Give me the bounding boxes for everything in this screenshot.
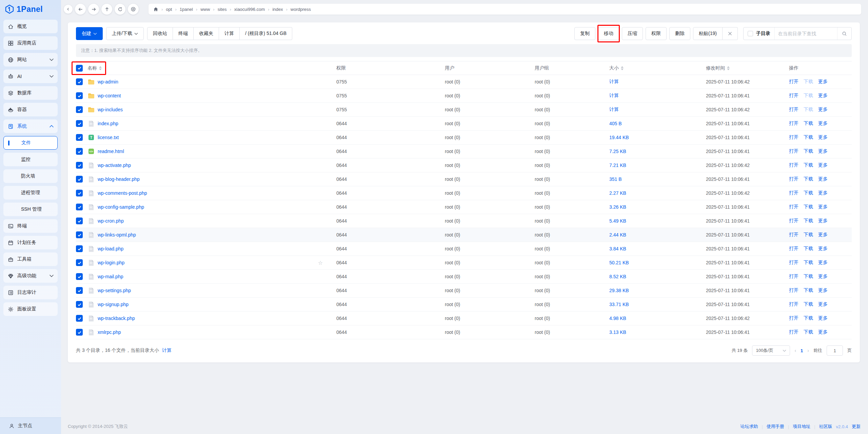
file-size-link[interactable]: 50.21 KB (609, 260, 629, 265)
move-button[interactable]: 移动 (598, 27, 619, 40)
open-link[interactable]: 打开 (789, 120, 798, 126)
file-size-link[interactable]: 7.21 KB (609, 163, 626, 168)
paste-button[interactable]: 粘贴(19) (693, 27, 723, 40)
breadcrumb-segment-1[interactable]: 1panel (180, 7, 193, 12)
home-icon[interactable] (153, 7, 158, 12)
open-link[interactable]: 打开 (789, 93, 798, 98)
more-link[interactable]: 更多 (818, 329, 828, 335)
file-size-link[interactable]: 33.71 KB (609, 302, 629, 307)
search-input[interactable] (774, 27, 837, 40)
open-link[interactable]: 打开 (789, 190, 798, 195)
primary-node-button[interactable]: 主节点 (0, 417, 61, 434)
sidebar-item-settings[interactable]: 面板设置 (3, 302, 58, 316)
subdirectory-checkbox[interactable]: 子目录 (744, 31, 774, 37)
breadcrumb-segment-4[interactable]: xiaocui996.com (234, 7, 265, 12)
file-name-link[interactable]: wp-links-opml.php (98, 232, 136, 238)
breadcrumb-segment-3[interactable]: sites (218, 7, 227, 12)
open-link[interactable]: 打开 (789, 232, 798, 237)
download-link[interactable]: 下载 (804, 204, 813, 209)
file-name-link[interactable]: wp-settings.php (98, 288, 131, 293)
file-name-link[interactable]: wp-signup.php (98, 302, 129, 307)
open-link[interactable]: 打开 (789, 246, 798, 251)
download-link[interactable]: 下载 (804, 148, 813, 154)
collapse-sidebar-button[interactable] (64, 5, 73, 14)
open-link[interactable]: 打开 (789, 287, 798, 293)
breadcrumb-segment-2[interactable]: www (200, 7, 210, 12)
sidebar-subitem-process[interactable]: 进程管理 (3, 186, 58, 200)
file-size-link[interactable]: 7.25 KB (609, 149, 626, 154)
prev-page-button[interactable]: ‹ (794, 348, 796, 353)
recycle-bin-button[interactable]: 回收站 (147, 27, 173, 40)
download-link[interactable]: 下载 (804, 246, 813, 251)
file-size-link[interactable]: 5.49 KB (609, 218, 626, 224)
sidebar-item-system[interactable]: 系统 (3, 119, 58, 133)
copy-button[interactable]: 复制 (574, 27, 595, 40)
file-name-link[interactable]: wp-login.php (98, 260, 124, 265)
file-name-link[interactable]: license.txt (98, 135, 119, 140)
footer-link-forum[interactable]: 论坛求助 (740, 423, 758, 430)
download-link[interactable]: 下载 (804, 120, 813, 126)
goto-page-input[interactable] (827, 345, 843, 356)
sidebar-item-advanced[interactable]: 高级功能 (3, 269, 58, 283)
more-link[interactable]: 更多 (818, 204, 828, 209)
file-size-link[interactable]: 3.26 KB (609, 204, 626, 210)
file-name-link[interactable]: wp-blog-header.php (98, 176, 140, 182)
file-size-link[interactable]: 3.84 KB (609, 246, 626, 251)
more-link[interactable]: 更多 (818, 107, 828, 112)
footer-link-community[interactable]: 社区版 (819, 423, 832, 430)
favorite-star-icon[interactable]: ☆ (318, 260, 323, 266)
sort-mtime-icon[interactable] (727, 66, 730, 70)
app-logo[interactable]: 1Panel (0, 0, 61, 18)
download-link[interactable]: 下载 (804, 79, 813, 84)
back-button[interactable] (75, 4, 86, 15)
file-name-link[interactable]: wp-mail.php (98, 274, 123, 279)
create-button[interactable]: 创建 (76, 27, 103, 40)
download-link[interactable]: 下载 (804, 315, 813, 321)
more-link[interactable]: 更多 (818, 301, 828, 307)
file-size-link[interactable]: 8.52 KB (609, 274, 626, 279)
file-name-link[interactable]: wp-comments-post.php (98, 190, 147, 196)
file-size-link[interactable]: 计算 (609, 93, 619, 98)
download-link[interactable]: 下载 (804, 176, 813, 182)
download-link[interactable]: 下载 (804, 190, 813, 195)
row-checkbox[interactable] (76, 78, 83, 85)
more-link[interactable]: 更多 (818, 120, 828, 126)
breadcrumb-segment-6[interactable]: wordpress (291, 7, 311, 12)
sidebar-item-container[interactable]: 容器 (3, 103, 58, 116)
more-link[interactable]: 更多 (818, 315, 828, 321)
sidebar-subitem-monitor[interactable]: 监控 (3, 153, 58, 166)
compress-button[interactable]: 压缩 (622, 27, 643, 40)
row-checkbox[interactable] (76, 176, 83, 183)
row-checkbox[interactable] (76, 190, 83, 196)
footer-link-manual[interactable]: 使用手册 (767, 423, 784, 430)
more-link[interactable]: 更多 (818, 190, 828, 195)
compute-dir-size-link[interactable]: 计算 (162, 347, 172, 353)
clear-clipboard-button[interactable] (723, 27, 738, 40)
more-link[interactable]: 更多 (818, 246, 828, 251)
file-size-link[interactable]: 2.44 KB (609, 232, 626, 238)
sort-size-icon[interactable] (621, 66, 624, 70)
sidebar-item-logs[interactable]: 日志审计 (3, 286, 58, 299)
download-link[interactable]: 下载 (804, 329, 813, 335)
file-name-link[interactable]: wp-admin (98, 79, 118, 84)
more-link[interactable]: 更多 (818, 218, 828, 223)
file-name-link[interactable]: wp-content (98, 93, 121, 98)
file-name-link[interactable]: wp-activate.php (98, 163, 131, 168)
more-link[interactable]: 更多 (818, 134, 828, 140)
open-link[interactable]: 打开 (789, 162, 798, 168)
row-checkbox[interactable] (76, 134, 83, 141)
file-size-link[interactable]: 计算 (609, 107, 619, 112)
permission-button[interactable]: 权限 (646, 27, 667, 40)
file-name-link[interactable]: wp-config-sample.php (98, 204, 144, 210)
file-size-link[interactable]: 29.38 KB (609, 288, 629, 293)
row-checkbox[interactable] (76, 106, 83, 113)
file-name-link[interactable]: wp-load.php (98, 246, 123, 251)
current-page-button[interactable]: 1 (801, 348, 803, 353)
up-directory-button[interactable] (101, 4, 112, 15)
open-link[interactable]: 打开 (789, 107, 798, 112)
download-link[interactable]: 下载 (804, 273, 813, 279)
more-link[interactable]: 更多 (818, 232, 828, 237)
download-link[interactable]: 下载 (804, 287, 813, 293)
row-checkbox[interactable] (76, 204, 83, 210)
row-checkbox[interactable] (76, 92, 83, 99)
